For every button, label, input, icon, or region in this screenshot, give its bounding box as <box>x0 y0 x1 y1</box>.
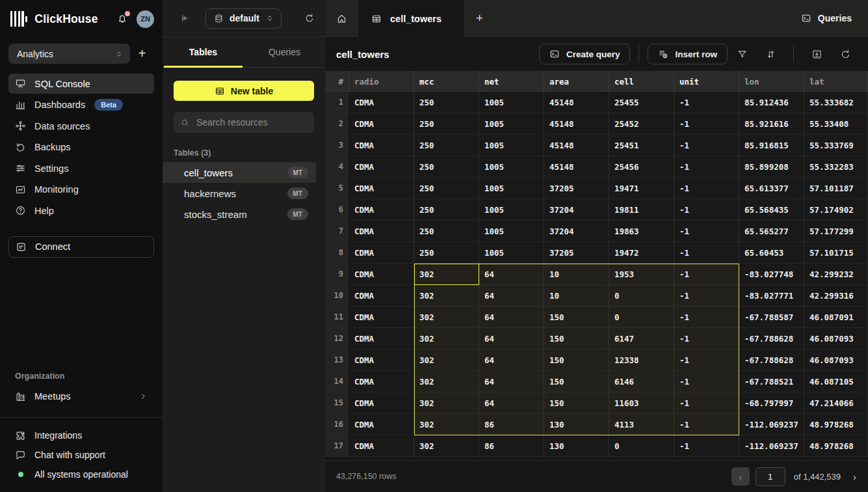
table-cell[interactable]: 47.214066 <box>804 392 868 414</box>
table-cell[interactable]: CDMA <box>349 178 414 199</box>
table-cell[interactable]: 19471 <box>609 178 674 199</box>
table-cell[interactable]: 46.087105 <box>804 371 868 392</box>
table-list-item-stocks-stream[interactable]: stocks_streamMT <box>163 204 316 225</box>
sidebar-item-settings[interactable]: Settings <box>8 158 154 178</box>
row-number[interactable]: 11 <box>325 307 349 328</box>
row-number[interactable]: 1 <box>325 92 349 113</box>
table-cell[interactable]: 25452 <box>609 113 674 135</box>
table-cell[interactable]: 65.613377 <box>739 178 804 199</box>
table-cell[interactable]: CDMA <box>349 414 414 435</box>
table-cell[interactable]: CDMA <box>349 307 414 328</box>
search-resources-input[interactable] <box>195 116 308 128</box>
sidebar-item-chat-with-support[interactable]: Chat with support <box>8 445 154 465</box>
table-list-item-cell-towers[interactable]: cell_towersMT <box>163 162 316 183</box>
table-cell[interactable]: 302 <box>414 435 479 457</box>
table-cell[interactable]: 302 <box>414 371 479 392</box>
row-number[interactable]: 2 <box>325 113 349 135</box>
table-cell[interactable]: 45148 <box>544 156 609 178</box>
column-header-radio[interactable]: radio <box>349 72 414 92</box>
table-cell[interactable]: -1 <box>674 328 739 349</box>
table-cell[interactable]: 37205 <box>544 242 609 264</box>
table-cell[interactable]: -1 <box>674 156 739 178</box>
column-header-cell[interactable]: cell <box>609 72 674 92</box>
table-cell[interactable]: 25456 <box>609 156 674 178</box>
table-cell[interactable]: 37204 <box>544 199 609 221</box>
table-cell[interactable]: CDMA <box>349 221 414 242</box>
table-cell[interactable]: -67.788521 <box>739 371 804 392</box>
prev-page-button[interactable]: ‹ <box>731 467 750 485</box>
row-number[interactable]: 9 <box>325 264 349 285</box>
table-cell[interactable]: 57.177299 <box>804 221 868 242</box>
collapse-panel-icon[interactable] <box>179 13 190 23</box>
table-cell[interactable]: -67.788587 <box>739 307 804 328</box>
table-cell[interactable]: -67.788628 <box>739 328 804 349</box>
table-cell[interactable]: 11603 <box>609 392 674 414</box>
sidebar-item-sql-console[interactable]: SQL Console <box>8 74 154 94</box>
home-tab-button[interactable] <box>325 0 358 36</box>
table-cell[interactable]: 1005 <box>479 199 544 221</box>
table-cell[interactable]: CDMA <box>349 285 414 307</box>
table-cell[interactable]: -1 <box>674 135 739 156</box>
table-cell[interactable]: 42.299316 <box>804 285 868 307</box>
table-cell[interactable]: 55.332283 <box>804 156 868 178</box>
table-cell[interactable]: 45148 <box>544 92 609 113</box>
table-cell[interactable]: CDMA <box>349 156 414 178</box>
row-number[interactable]: 15 <box>325 392 349 414</box>
table-cell[interactable]: 250 <box>414 221 479 242</box>
table-cell[interactable]: 85.921616 <box>739 113 804 135</box>
table-cell[interactable]: CDMA <box>349 328 414 349</box>
next-page-button[interactable]: › <box>851 469 858 484</box>
table-cell[interactable]: 1005 <box>479 156 544 178</box>
table-cell[interactable]: 45148 <box>544 113 609 135</box>
column-header-unit[interactable]: unit <box>674 72 739 92</box>
table-cell[interactable]: 85.912436 <box>739 92 804 113</box>
table-cell[interactable]: 65.60453 <box>739 242 804 264</box>
new-table-button[interactable]: New table <box>174 81 314 101</box>
sidebar-item-data-sources[interactable]: Data sources <box>8 116 154 136</box>
sidebar-item-dashboards[interactable]: DashboardsBeta <box>8 95 154 115</box>
table-cell[interactable]: 19811 <box>609 199 674 221</box>
table-cell[interactable]: -83.027771 <box>739 285 804 307</box>
workspace-selector[interactable]: Analytics <box>8 44 130 64</box>
table-cell[interactable]: 86 <box>479 435 544 457</box>
table-cell[interactable]: -1 <box>674 435 739 457</box>
table-cell[interactable]: 85.899208 <box>739 156 804 178</box>
row-number[interactable]: 12 <box>325 328 349 349</box>
table-cell[interactable]: 130 <box>544 435 609 457</box>
table-cell[interactable]: 1005 <box>479 135 544 156</box>
table-cell[interactable]: 0 <box>609 435 674 457</box>
table-cell[interactable]: CDMA <box>349 392 414 414</box>
table-cell[interactable]: 64 <box>479 328 544 349</box>
table-cell[interactable]: 250 <box>414 135 479 156</box>
table-cell[interactable]: 64 <box>479 349 544 371</box>
sidebar-item-help[interactable]: Help <box>8 200 154 221</box>
user-avatar[interactable]: ZN <box>137 10 154 28</box>
table-cell[interactable]: CDMA <box>349 371 414 392</box>
table-cell[interactable]: 19472 <box>609 242 674 264</box>
sidebar-item-monitoring[interactable]: Monitoring <box>8 180 154 200</box>
table-cell[interactable]: 6146 <box>609 371 674 392</box>
table-cell[interactable]: CDMA <box>349 435 414 457</box>
table-cell[interactable]: CDMA <box>349 242 414 264</box>
column-header-mcc[interactable]: mcc <box>414 72 479 92</box>
table-cell[interactable]: 250 <box>414 199 479 221</box>
table-cell[interactable]: 64 <box>479 371 544 392</box>
table-cell[interactable]: 64 <box>479 264 544 285</box>
table-cell[interactable]: 10 <box>544 285 609 307</box>
sidebar-item-backups[interactable]: Backups <box>8 137 154 157</box>
table-cell[interactable]: 48.978268 <box>804 414 868 435</box>
table-cell[interactable]: CDMA <box>349 349 414 371</box>
new-tab-button[interactable]: + <box>464 0 495 36</box>
row-number[interactable]: 10 <box>325 285 349 307</box>
table-cell[interactable]: -1 <box>674 285 739 307</box>
table-cell[interactable]: 64 <box>479 285 544 307</box>
table-cell[interactable]: 302 <box>414 307 479 328</box>
table-cell[interactable]: -1 <box>674 199 739 221</box>
table-cell[interactable]: 4113 <box>609 414 674 435</box>
table-cell[interactable]: 19863 <box>609 221 674 242</box>
table-cell[interactable]: 1953 <box>609 264 674 285</box>
table-cell[interactable]: 302 <box>414 392 479 414</box>
table-cell[interactable]: 46.087091 <box>804 307 868 328</box>
row-number[interactable]: 4 <box>325 156 349 178</box>
table-cell[interactable]: 150 <box>544 349 609 371</box>
